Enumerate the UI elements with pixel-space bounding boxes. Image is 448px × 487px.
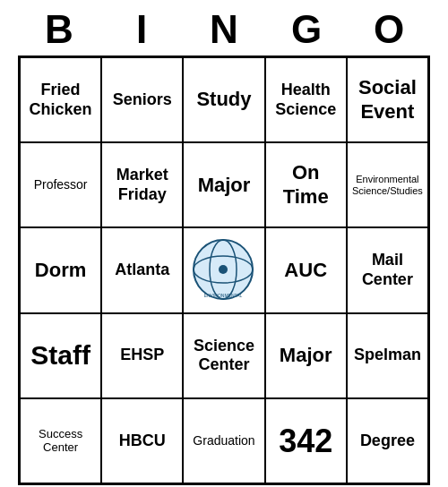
cell-3-1: Dorm (20, 227, 101, 312)
cell-4-4: Major (265, 313, 347, 398)
cell-3-2: Atlanta (101, 227, 183, 312)
cell-5-5: Degree (347, 398, 428, 483)
cell-2-3: Major (183, 142, 264, 227)
letter-i: I (102, 7, 181, 52)
cell-5-2: HBCU (101, 398, 183, 483)
bingo-grid: FriedChicken Seniors Study HealthScience… (18, 56, 430, 485)
cell-4-1: Staff (20, 313, 101, 398)
cell-1-3: Study (183, 57, 264, 142)
cell-1-2: Seniors (101, 57, 183, 142)
cell-4-3: ScienceCenter (183, 313, 264, 398)
cell-1-4: HealthScience (265, 57, 347, 142)
cell-5-4: 342 (265, 398, 347, 483)
cell-5-3: Graduation (183, 398, 264, 483)
cell-2-1: Professor (20, 142, 101, 227)
cell-4-2: EHSP (101, 313, 183, 398)
cell-3-3: ENVIRONMENTAL (183, 227, 264, 312)
letter-n: N (185, 7, 263, 52)
letter-o: O (349, 7, 428, 52)
cell-1-1: FriedChicken (20, 57, 101, 142)
cell-4-5: Spelman (347, 313, 428, 398)
svg-text:ENVIRONMENTAL: ENVIRONMENTAL (204, 293, 243, 298)
cell-3-4: AUC (265, 227, 347, 312)
cell-3-5: MailCenter (347, 227, 428, 312)
cell-2-5: EnvironmentalScience/Studies (347, 142, 428, 227)
cell-1-5: SocialEvent (347, 57, 428, 142)
letter-g: G (267, 7, 346, 52)
cell-2-2: MarketFriday (101, 142, 183, 227)
svg-point-3 (219, 265, 228, 274)
letter-b: B (20, 7, 99, 52)
cell-2-4: OnTime (265, 142, 347, 227)
environmental-logo: ENVIRONMENTAL (190, 236, 257, 303)
bingo-header: B I N G O (18, 0, 430, 56)
cell-5-1: SuccessCenter (20, 398, 101, 483)
